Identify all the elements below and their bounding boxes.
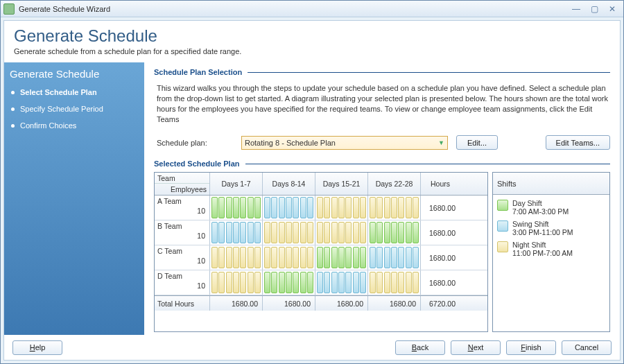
sidebar-step[interactable]: Select Schedule Plan (10, 84, 137, 101)
team-name: B Team (155, 220, 209, 232)
table-row: D Team101680.00 (155, 270, 487, 295)
sidebar-step[interactable]: Specify Schedule Period (10, 101, 137, 117)
night-shift-bar (370, 272, 376, 293)
finish-button[interactable]: Finish (506, 340, 556, 355)
swing-shift-bar (331, 272, 338, 293)
night-shift-bar (300, 222, 306, 243)
day-shift-bar (248, 197, 254, 218)
night-shift-bar (338, 222, 345, 243)
bullet-icon (11, 107, 15, 111)
team-hours: 1680.00 (421, 245, 460, 270)
week-cell (368, 245, 421, 270)
legend-panel: Shifts Day Shift7:00 AM-3:00 PMSwing Shi… (492, 172, 610, 332)
edit-button[interactable]: Edit... (456, 135, 498, 150)
night-shift-bar (226, 272, 232, 293)
week-header: Days 1-7 (210, 173, 263, 195)
sidebar: Generate Schedule Select Schedule PlanSp… (4, 62, 144, 335)
week-total: 1680.00 (315, 296, 368, 311)
legend-item: Night Shift11:00 PM-7:00 AM (497, 241, 605, 257)
swing-shift-bar (279, 197, 285, 218)
night-shift-bar (264, 247, 270, 268)
swing-shift-bar (233, 222, 239, 243)
night-shift-bar (240, 247, 246, 268)
week-cell (263, 270, 315, 295)
back-button[interactable]: Back (395, 340, 445, 355)
legend-time: 11:00 PM-7:00 AM (512, 249, 573, 257)
week-header: Days 15-21 (315, 173, 368, 195)
night-shift-bar (279, 247, 285, 268)
week-cell (210, 196, 263, 220)
night-shift-bar (271, 222, 277, 243)
sidebar-title: Generate Schedule (10, 68, 137, 80)
night-shift-bar (406, 272, 412, 293)
step-label: Select Schedule Plan (20, 88, 97, 96)
week-cell (263, 196, 315, 220)
day-shift-bar (398, 222, 404, 243)
night-shift-swatch (497, 241, 508, 252)
swing-shift-bar (307, 197, 313, 218)
cancel-button[interactable]: Cancel (562, 340, 612, 355)
night-shift-bar (218, 272, 225, 293)
night-shift-bar (338, 197, 345, 218)
day-shift-bar (226, 197, 232, 218)
night-shift-bar (233, 247, 239, 268)
night-shift-bar (211, 247, 218, 268)
week-cell (315, 196, 368, 220)
team-employees: 10 (155, 232, 209, 241)
help-button[interactable]: Help (12, 340, 62, 355)
edit-teams-button[interactable]: Edit Teams... (546, 135, 610, 150)
plan-area: Team Employees Days 1-7Days 8-14Days 15-… (154, 172, 610, 332)
swing-shift-bar (240, 222, 246, 243)
section-selected-plan-title: Selected Schedule Plan (154, 159, 610, 168)
legend-time: 3:00 PM-11:00 PM (512, 228, 573, 236)
schedule-grid: Team Employees Days 1-7Days 8-14Days 15-… (154, 172, 488, 332)
table-row: C Team101680.00 (155, 245, 487, 270)
maximize-button[interactable]: ▢ (586, 3, 603, 15)
sidebar-step[interactable]: Confirm Choices (10, 117, 137, 134)
night-shift-bar (248, 247, 254, 268)
week-total: 1680.00 (210, 296, 263, 311)
night-shift-bar (324, 197, 330, 218)
minimize-button[interactable]: — (568, 3, 584, 15)
close-button[interactable]: ✕ (604, 3, 621, 15)
next-button[interactable]: Next (451, 340, 501, 355)
grand-total: 6720.00 (421, 296, 460, 311)
grid-body: A Team101680.00B Team101680.00C Team1016… (155, 196, 487, 295)
day-shift-bar (300, 272, 306, 293)
night-shift-bar (279, 222, 285, 243)
team-hours: 1680.00 (421, 270, 460, 295)
week-header: Days 22-28 (368, 173, 421, 195)
day-shift-bar (376, 222, 383, 243)
team-hours: 1680.00 (421, 196, 460, 220)
night-shift-bar (353, 197, 359, 218)
legend-item: Day Shift7:00 AM-3:00 PM (497, 199, 605, 216)
night-shift-bar (413, 197, 419, 218)
night-shift-bar (391, 197, 397, 218)
week-total: 1680.00 (263, 296, 315, 311)
legend-name: Day Shift (512, 199, 569, 207)
night-shift-bar (345, 222, 352, 243)
night-shift-bar (211, 272, 218, 293)
night-shift-bar (240, 272, 246, 293)
day-shift-swatch (497, 200, 508, 211)
night-shift-bar (233, 272, 239, 293)
main: Schedule Plan Selection This wizard walk… (144, 62, 620, 335)
swing-shift-bar (376, 247, 383, 268)
night-shift-bar (384, 272, 390, 293)
day-shift-bar (317, 247, 323, 268)
day-shift-bar (240, 197, 246, 218)
swing-shift-bar (398, 247, 404, 268)
swing-shift-bar (317, 272, 323, 293)
night-shift-bar (376, 272, 383, 293)
day-shift-bar (338, 247, 345, 268)
swing-shift-swatch (497, 220, 508, 232)
week-cell (263, 220, 315, 245)
day-shift-bar (345, 247, 352, 268)
day-shift-bar (353, 247, 359, 268)
week-cell (210, 245, 263, 270)
day-shift-bar (391, 222, 397, 243)
night-shift-bar (331, 222, 338, 243)
schedule-plan-select[interactable]: Rotating 8 - Schedule Plan ▼ (241, 136, 448, 150)
week-cell (210, 270, 263, 295)
swing-shift-bar (211, 222, 218, 243)
